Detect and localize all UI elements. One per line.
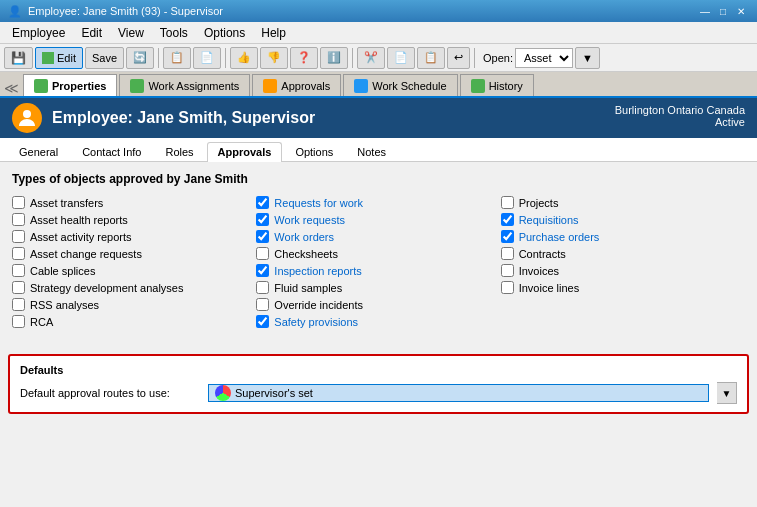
- save-icon: 💾: [11, 51, 26, 65]
- checkbox-row: Asset health reports: [12, 211, 256, 228]
- help-icon: ❓: [297, 51, 311, 64]
- menu-edit[interactable]: Edit: [73, 24, 110, 42]
- toolbar-separator-3: [352, 48, 353, 68]
- schedule-icon: [354, 79, 368, 93]
- checkbox-row: Asset transfers: [12, 194, 256, 211]
- checkbox-row: Invoice lines: [501, 279, 745, 296]
- sub-tab-notes[interactable]: Notes: [346, 142, 397, 161]
- minimize-button[interactable]: —: [697, 4, 713, 18]
- nav-tab-properties[interactable]: Properties: [23, 74, 117, 96]
- toolbar-cut-button[interactable]: ✂️: [357, 47, 385, 69]
- menu-help[interactable]: Help: [253, 24, 294, 42]
- toolbar-doc-button[interactable]: 📄: [387, 47, 415, 69]
- checkbox-row: Strategy development analyses: [12, 279, 256, 296]
- toolbar-paste-button[interactable]: 📄: [193, 47, 221, 69]
- close-button[interactable]: ✕: [733, 4, 749, 18]
- menu-options[interactable]: Options: [196, 24, 253, 42]
- sub-tab-roles[interactable]: Roles: [154, 142, 204, 161]
- sub-tab-general[interactable]: General: [8, 142, 69, 161]
- menu-view[interactable]: View: [110, 24, 152, 42]
- sub-tabs: General Contact Info Roles Approvals Opt…: [0, 138, 757, 162]
- requisitions-label: Requisitions: [519, 214, 579, 226]
- employee-header: Employee: Jane Smith, Supervisor Burling…: [0, 98, 757, 138]
- invoice-lines-checkbox[interactable]: [501, 281, 514, 294]
- checkbox-row: Asset change requests: [12, 245, 256, 262]
- defaults-title: Defaults: [20, 364, 737, 376]
- nav-tab-workassignments[interactable]: Work Assignments: [119, 74, 250, 96]
- menu-employee[interactable]: Employee: [4, 24, 73, 42]
- checksheets-checkbox[interactable]: [256, 247, 269, 260]
- copy-icon: 📋: [170, 51, 184, 64]
- toolbar-info-button[interactable]: ℹ️: [320, 47, 348, 69]
- checkbox-row: Requisitions: [501, 211, 745, 228]
- approval-route-dropdown-arrow[interactable]: ▼: [717, 382, 737, 404]
- nav-collapse-icon[interactable]: ≪: [4, 80, 19, 96]
- cable-splices-checkbox[interactable]: [12, 264, 25, 277]
- open-combo[interactable]: Asset: [515, 48, 573, 68]
- employee-location: Burlington Ontario Canada Active: [615, 104, 745, 128]
- asset-transfers-label: Asset transfers: [30, 197, 103, 209]
- requests-work-label: Requests for work: [274, 197, 363, 209]
- toolbar-save-label-button[interactable]: Save: [85, 47, 124, 69]
- nav-tab-history[interactable]: History: [460, 74, 534, 96]
- asset-activity-checkbox[interactable]: [12, 230, 25, 243]
- work-orders-label: Work orders: [274, 231, 334, 243]
- toolbar-separator: [158, 48, 159, 68]
- title-bar: 👤 Employee: Jane Smith (93) - Supervisor…: [0, 0, 757, 22]
- title-bar-icon: 👤: [8, 5, 22, 18]
- toolbar-doc2-button[interactable]: 📋: [417, 47, 445, 69]
- override-checkbox[interactable]: [256, 298, 269, 311]
- invoices-checkbox[interactable]: [501, 264, 514, 277]
- requisitions-checkbox[interactable]: [501, 213, 514, 226]
- title-bar-title: Employee: Jane Smith (93) - Supervisor: [28, 5, 697, 17]
- properties-icon: [34, 79, 48, 93]
- cut-icon: ✂️: [364, 51, 378, 64]
- strategy-checkbox[interactable]: [12, 281, 25, 294]
- asset-transfers-checkbox[interactable]: [12, 196, 25, 209]
- toolbar-open-dropdown[interactable]: ▼: [575, 47, 600, 69]
- inspection-checkbox[interactable]: [256, 264, 269, 277]
- sub-tab-options[interactable]: Options: [284, 142, 344, 161]
- maximize-button[interactable]: □: [715, 4, 731, 18]
- menu-tools[interactable]: Tools: [152, 24, 196, 42]
- sub-tab-approvals[interactable]: Approvals: [207, 142, 283, 162]
- sub-tab-contactinfo[interactable]: Contact Info: [71, 142, 152, 161]
- toolbar-save-button[interactable]: 💾: [4, 47, 33, 69]
- nav-tab-workschedule[interactable]: Work Schedule: [343, 74, 457, 96]
- nav-tab-approvals[interactable]: Approvals: [252, 74, 341, 96]
- purchase-orders-checkbox[interactable]: [501, 230, 514, 243]
- toolbar-dislike-button[interactable]: 👎: [260, 47, 288, 69]
- projects-label: Projects: [519, 197, 559, 209]
- col1: Asset transfers Asset health reports Ass…: [12, 194, 256, 330]
- rss-checkbox[interactable]: [12, 298, 25, 311]
- work-requests-checkbox[interactable]: [256, 213, 269, 226]
- checksheets-label: Checksheets: [274, 248, 338, 260]
- checkbox-row: Work orders: [256, 228, 500, 245]
- asset-health-checkbox[interactable]: [12, 213, 25, 226]
- checkbox-row: Invoices: [501, 262, 745, 279]
- safety-checkbox[interactable]: [256, 315, 269, 328]
- rca-checkbox[interactable]: [12, 315, 25, 328]
- title-bar-controls: — □ ✕: [697, 4, 749, 18]
- toolbar-refresh-button[interactable]: 🔄: [126, 47, 154, 69]
- fluid-checkbox[interactable]: [256, 281, 269, 294]
- toolbar-back-button[interactable]: ↩: [447, 47, 470, 69]
- toolbar-help-button[interactable]: ❓: [290, 47, 318, 69]
- contracts-checkbox[interactable]: [501, 247, 514, 260]
- approval-route-combo-value[interactable]: Supervisor's set: [209, 385, 708, 401]
- toolbar-copy-button[interactable]: 📋: [163, 47, 191, 69]
- toolbar-separator-4: [474, 48, 475, 68]
- checkbox-row: RSS analyses: [12, 296, 256, 313]
- checkbox-grid: Asset transfers Asset health reports Ass…: [12, 194, 745, 330]
- toolbar-like-button[interactable]: 👍: [230, 47, 258, 69]
- work-orders-checkbox[interactable]: [256, 230, 269, 243]
- combo-icon: [215, 385, 231, 401]
- toolbar-edit-button[interactable]: Edit: [35, 47, 83, 69]
- rca-label: RCA: [30, 316, 53, 328]
- checkbox-row: RCA: [12, 313, 256, 330]
- refresh-icon: 🔄: [133, 51, 147, 64]
- asset-change-checkbox[interactable]: [12, 247, 25, 260]
- requests-work-checkbox[interactable]: [256, 196, 269, 209]
- section-title: Types of objects approved by Jane Smith: [12, 172, 745, 186]
- projects-checkbox[interactable]: [501, 196, 514, 209]
